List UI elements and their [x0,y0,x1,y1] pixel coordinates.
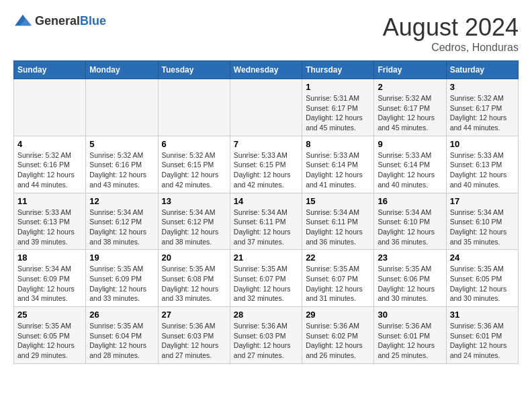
day-info: Sunrise: 5:33 AM Sunset: 6:13 PM Dayligh… [17,208,82,247]
day-number: 27 [162,310,226,320]
calendar-cell: 1Sunrise: 5:31 AM Sunset: 6:17 PM Daylig… [302,79,374,136]
calendar-cell: 21Sunrise: 5:35 AM Sunset: 6:07 PM Dayli… [230,250,302,307]
day-number: 25 [17,310,82,320]
day-number: 23 [378,253,442,263]
logo-text: GeneralBlue [35,14,106,28]
calendar-cell: 19Sunrise: 5:35 AM Sunset: 6:09 PM Dayli… [86,250,158,307]
day-number: 10 [450,139,515,149]
day-number: 8 [306,139,370,149]
day-info: Sunrise: 5:34 AM Sunset: 6:12 PM Dayligh… [89,208,154,247]
calendar-cell: 15Sunrise: 5:34 AM Sunset: 6:11 PM Dayli… [302,193,374,250]
day-header: Thursday [302,61,374,79]
day-number: 16 [378,196,442,206]
calendar-cell: 5Sunrise: 5:32 AM Sunset: 6:16 PM Daylig… [86,136,158,193]
day-info: Sunrise: 5:32 AM Sunset: 6:15 PM Dayligh… [162,150,226,190]
calendar-cell: 16Sunrise: 5:34 AM Sunset: 6:10 PM Dayli… [374,193,446,250]
day-number: 5 [89,139,154,149]
calendar-cell: 29Sunrise: 5:36 AM Sunset: 6:02 PM Dayli… [302,307,374,364]
calendar-week-row: 4Sunrise: 5:32 AM Sunset: 6:16 PM Daylig… [14,136,519,193]
day-info: Sunrise: 5:34 AM Sunset: 6:09 PM Dayligh… [17,264,82,304]
day-number: 9 [378,139,442,149]
day-info: Sunrise: 5:36 AM Sunset: 6:02 PM Dayligh… [306,321,370,361]
calendar-cell: 26Sunrise: 5:35 AM Sunset: 6:04 PM Dayli… [86,307,158,364]
calendar-cell: 30Sunrise: 5:36 AM Sunset: 6:01 PM Dayli… [374,307,446,364]
day-number: 29 [306,310,370,320]
day-info: Sunrise: 5:31 AM Sunset: 6:17 PM Dayligh… [306,93,370,133]
day-header: Saturday [446,61,518,79]
calendar-week-row: 11Sunrise: 5:33 AM Sunset: 6:13 PM Dayli… [14,193,519,250]
day-header: Friday [374,61,446,79]
calendar-cell: 23Sunrise: 5:35 AM Sunset: 6:06 PM Dayli… [374,250,446,307]
day-number: 4 [17,139,82,149]
calendar-cell [14,79,86,136]
day-info: Sunrise: 5:36 AM Sunset: 6:01 PM Dayligh… [378,321,442,361]
sub-title: Cedros, Honduras [383,42,519,54]
day-info: Sunrise: 5:36 AM Sunset: 6:03 PM Dayligh… [234,321,298,361]
day-number: 17 [450,196,515,206]
day-info: Sunrise: 5:34 AM Sunset: 6:11 PM Dayligh… [306,208,370,247]
day-info: Sunrise: 5:35 AM Sunset: 6:04 PM Dayligh… [89,321,154,361]
day-number: 2 [378,82,442,92]
calendar-cell: 10Sunrise: 5:33 AM Sunset: 6:13 PM Dayli… [446,136,518,193]
logo: GeneralBlue [13,13,106,28]
day-info: Sunrise: 5:36 AM Sunset: 6:01 PM Dayligh… [450,321,515,361]
day-number: 30 [378,310,442,320]
calendar-cell: 25Sunrise: 5:35 AM Sunset: 6:05 PM Dayli… [14,307,86,364]
day-header: Monday [86,61,158,79]
day-info: Sunrise: 5:33 AM Sunset: 6:13 PM Dayligh… [450,150,515,190]
title-area: August 2024 Cedros, Honduras [383,13,519,54]
calendar-table: SundayMondayTuesdayWednesdayThursdayFrid… [13,60,519,364]
day-number: 6 [162,139,226,149]
day-number: 21 [234,253,298,263]
calendar-cell [158,79,230,136]
day-number: 26 [89,310,154,320]
day-number: 20 [162,253,226,263]
day-info: Sunrise: 5:33 AM Sunset: 6:14 PM Dayligh… [306,150,370,190]
calendar-cell: 28Sunrise: 5:36 AM Sunset: 6:03 PM Dayli… [230,307,302,364]
day-info: Sunrise: 5:35 AM Sunset: 6:06 PM Dayligh… [378,264,442,304]
calendar-cell [230,79,302,136]
day-number: 28 [234,310,298,320]
day-info: Sunrise: 5:34 AM Sunset: 6:10 PM Dayligh… [450,208,515,247]
day-number: 1 [306,82,370,92]
calendar-week-row: 18Sunrise: 5:34 AM Sunset: 6:09 PM Dayli… [14,250,519,307]
day-info: Sunrise: 5:34 AM Sunset: 6:10 PM Dayligh… [378,208,442,247]
calendar-cell: 6Sunrise: 5:32 AM Sunset: 6:15 PM Daylig… [158,136,230,193]
day-number: 18 [17,253,82,263]
calendar-cell: 4Sunrise: 5:32 AM Sunset: 6:16 PM Daylig… [14,136,86,193]
header: GeneralBlue August 2024 Cedros, Honduras [13,13,519,54]
calendar-cell: 22Sunrise: 5:35 AM Sunset: 6:07 PM Dayli… [302,250,374,307]
day-info: Sunrise: 5:35 AM Sunset: 6:07 PM Dayligh… [234,264,298,304]
day-number: 11 [17,196,82,206]
calendar-cell: 24Sunrise: 5:35 AM Sunset: 6:05 PM Dayli… [446,250,518,307]
day-info: Sunrise: 5:33 AM Sunset: 6:15 PM Dayligh… [234,150,298,190]
calendar-cell: 27Sunrise: 5:36 AM Sunset: 6:03 PM Dayli… [158,307,230,364]
logo-icon [13,13,32,28]
calendar-cell: 7Sunrise: 5:33 AM Sunset: 6:15 PM Daylig… [230,136,302,193]
calendar-cell: 20Sunrise: 5:35 AM Sunset: 6:08 PM Dayli… [158,250,230,307]
day-info: Sunrise: 5:33 AM Sunset: 6:14 PM Dayligh… [378,150,442,190]
calendar-cell: 11Sunrise: 5:33 AM Sunset: 6:13 PM Dayli… [14,193,86,250]
day-info: Sunrise: 5:32 AM Sunset: 6:17 PM Dayligh… [450,93,515,133]
calendar-cell: 3Sunrise: 5:32 AM Sunset: 6:17 PM Daylig… [446,79,518,136]
day-number: 31 [450,310,515,320]
header-row: SundayMondayTuesdayWednesdayThursdayFrid… [14,61,519,79]
day-info: Sunrise: 5:34 AM Sunset: 6:11 PM Dayligh… [234,208,298,247]
day-info: Sunrise: 5:34 AM Sunset: 6:12 PM Dayligh… [162,208,226,247]
calendar-cell: 8Sunrise: 5:33 AM Sunset: 6:14 PM Daylig… [302,136,374,193]
calendar-week-row: 25Sunrise: 5:35 AM Sunset: 6:05 PM Dayli… [14,307,519,364]
day-header: Sunday [14,61,86,79]
day-number: 19 [89,253,154,263]
calendar-cell: 14Sunrise: 5:34 AM Sunset: 6:11 PM Dayli… [230,193,302,250]
day-number: 15 [306,196,370,206]
calendar-cell [86,79,158,136]
day-info: Sunrise: 5:35 AM Sunset: 6:09 PM Dayligh… [89,264,154,304]
calendar-cell: 12Sunrise: 5:34 AM Sunset: 6:12 PM Dayli… [86,193,158,250]
day-info: Sunrise: 5:35 AM Sunset: 6:05 PM Dayligh… [17,321,82,361]
day-info: Sunrise: 5:32 AM Sunset: 6:16 PM Dayligh… [89,150,154,190]
calendar-cell: 17Sunrise: 5:34 AM Sunset: 6:10 PM Dayli… [446,193,518,250]
day-info: Sunrise: 5:35 AM Sunset: 6:07 PM Dayligh… [306,264,370,304]
day-info: Sunrise: 5:36 AM Sunset: 6:03 PM Dayligh… [162,321,226,361]
day-number: 14 [234,196,298,206]
calendar-cell: 2Sunrise: 5:32 AM Sunset: 6:17 PM Daylig… [374,79,446,136]
